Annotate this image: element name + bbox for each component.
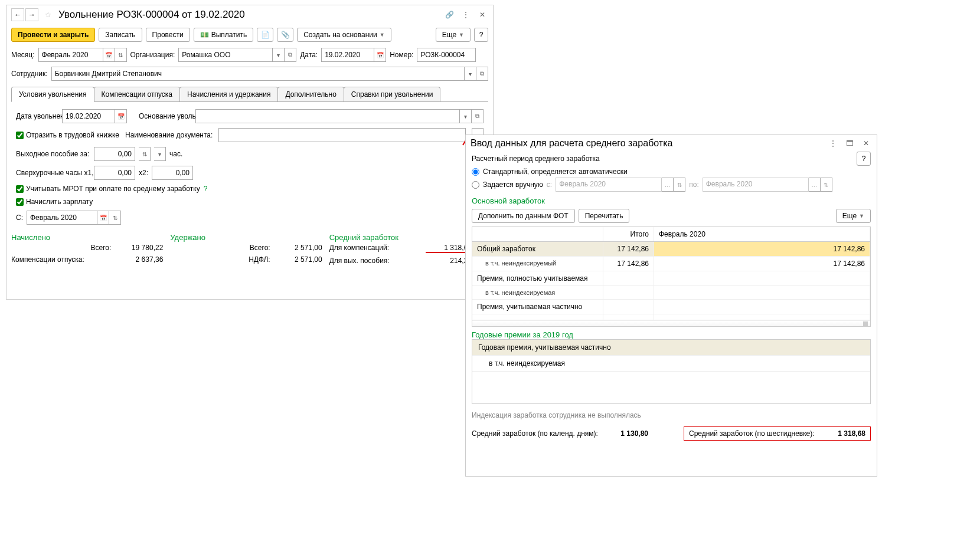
month-label: Месяц: (11, 51, 35, 59)
salary-checkbox[interactable]: Начислить зарплату (16, 198, 93, 206)
row-total (603, 271, 654, 285)
reason-input[interactable] (195, 109, 460, 123)
org-label: Организация: (130, 51, 175, 59)
close-icon[interactable]: ✕ (476, 9, 488, 21)
overtime-2-input[interactable] (152, 166, 193, 180)
tab-additional[interactable]: Дополнительно (277, 87, 344, 101)
create-based-button[interactable]: Создать на основании▼ (297, 28, 391, 42)
recalc-button[interactable]: Перечитать (579, 209, 630, 223)
mrot-checkbox[interactable]: Учитывать МРОТ при оплате по среднему за… (16, 185, 200, 193)
spinner-icon[interactable]: ⇅ (674, 178, 685, 192)
fire-date-input[interactable]: 19.02.2020 (62, 109, 115, 123)
avg-comp-label: Для компенсаций: (329, 244, 426, 253)
from-month-input[interactable]: Февраль 2020 (27, 211, 97, 225)
deducted-header: Удержано (170, 233, 329, 242)
table-row[interactable]: в т.ч. неиндексируемая (472, 314, 870, 320)
table-row[interactable]: в т.ч. неиндексируемая (472, 286, 870, 300)
open-icon[interactable]: ⧉ (285, 48, 296, 62)
from-label: с: (547, 180, 552, 189)
dropdown-icon[interactable]: ▾ (273, 48, 285, 62)
period-std-radio[interactable]: Стандартный, определяется автоматически (472, 168, 871, 176)
nav-fwd-button[interactable]: → (25, 8, 38, 21)
period-from-input[interactable]: Февраль 2020 (556, 178, 662, 192)
from-label: С: (16, 214, 23, 222)
help-button[interactable]: ? (857, 152, 871, 166)
dropdown-icon[interactable]: ▾ (465, 67, 476, 81)
avg-calendar-value: 1 130,80 (601, 429, 648, 438)
ellipsis-icon[interactable]: … (662, 178, 674, 192)
overtime-1-5-input[interactable] (94, 166, 135, 180)
avg-earnings-window: Ввод данных для расчета среднего заработ… (465, 134, 877, 477)
tab-accruals[interactable]: Начисления и удержания (179, 87, 278, 101)
avg-sixday-label: Средний заработок (по шестидневке): (689, 429, 818, 438)
accrued-header: Начислено (11, 233, 170, 242)
print-button[interactable]: 📄 (257, 28, 273, 42)
bonus-row[interactable]: в т.ч. неиндексируемая (472, 356, 870, 372)
ellipsis-icon[interactable]: … (809, 178, 821, 192)
scrollbar[interactable] (472, 320, 870, 326)
kebab-icon[interactable]: ⋮ (827, 137, 839, 149)
table-row[interactable]: в т.ч. неиндексируемый17 142,8617 142,86 (472, 257, 870, 271)
open-icon[interactable]: ⧉ (476, 67, 488, 81)
calendar-icon[interactable]: 📅 (115, 109, 127, 123)
calendar-icon[interactable]: 📅 (103, 48, 115, 62)
bonus-header: Годовые премии за 2019 год (472, 330, 871, 339)
table-row[interactable]: Общий заработок17 142,8617 142,86 (472, 242, 870, 257)
calendar-icon[interactable]: 📅 (97, 211, 109, 225)
calendar-icon[interactable]: 📅 (374, 48, 386, 62)
spinner-icon[interactable]: ⇅ (109, 211, 121, 225)
mrot-help-link[interactable]: ? (204, 185, 208, 193)
severance-input[interactable] (94, 147, 135, 161)
bonus-row[interactable]: Годовая премия, учитываемая частично (472, 340, 870, 356)
dismissal-window: ← → ☆ Увольнение РО3К-000004 от 19.02.20… (6, 5, 494, 300)
record-button[interactable]: Записать (99, 28, 142, 42)
post-button[interactable]: Провести (146, 28, 190, 42)
attach-button[interactable]: 📎 (277, 28, 293, 42)
severance-unit: час. (169, 150, 182, 158)
tab-conditions[interactable]: Условия увольнения (11, 87, 94, 102)
th-total: Итого (603, 227, 654, 241)
open-icon[interactable]: ⧉ (472, 109, 484, 123)
row-total (603, 286, 654, 299)
more-button[interactable]: Еще▼ (836, 209, 871, 223)
kebab-icon[interactable]: ⋮ (460, 9, 472, 21)
date-input[interactable]: 19.02.2020 (321, 48, 374, 62)
th-blank (472, 227, 603, 241)
fill-fot-button[interactable]: Дополнить по данным ФОТ (472, 209, 575, 223)
spinner-icon[interactable]: ⇅ (139, 147, 151, 161)
th-month: Февраль 2020 (654, 227, 870, 241)
period-manual-radio[interactable]: Задается вручную (472, 180, 543, 189)
help-button[interactable]: ? (474, 28, 488, 42)
table-row[interactable]: Премия, учитываемая частично (472, 300, 870, 314)
ded-total-label: Всего: (170, 244, 276, 252)
maximize-icon[interactable]: 🗖 (844, 137, 855, 149)
month-input[interactable]: Февраль 2020 (38, 48, 103, 62)
org-input[interactable]: Ромашка ООО (178, 48, 273, 62)
date-label: Дата: (300, 51, 318, 59)
favorite-star-icon[interactable]: ☆ (42, 9, 54, 21)
reflect-checkbox[interactable]: Отразить в трудовой книжке (16, 131, 119, 139)
number-input[interactable]: РО3К-000004 (417, 48, 476, 62)
ndfl-value: 2 571,00 (276, 255, 329, 264)
pay-button[interactable]: 💵Выплатить (194, 28, 254, 42)
spinner-icon[interactable]: ⇅ (115, 48, 127, 62)
action-toolbar: Провести и закрыть Записать Провести 💵Вы… (6, 24, 493, 45)
dropdown-icon[interactable]: ▾ (154, 147, 166, 161)
avg-header: Средний заработок (329, 233, 488, 242)
docname-input[interactable] (218, 128, 466, 142)
link-icon[interactable]: 🔗 (443, 9, 455, 21)
close-icon[interactable]: ✕ (860, 137, 872, 149)
employee-input[interactable]: Борвинкин Дмитрий Степанович (51, 67, 465, 81)
window-title: Увольнение РО3К-000004 от 19.02.2020 (58, 9, 245, 21)
row-month (654, 314, 870, 320)
dropdown-icon[interactable]: ▾ (460, 109, 472, 123)
nav-back-button[interactable]: ← (11, 8, 24, 21)
avg-sixday-value: 1 318,68 (818, 429, 865, 438)
period-to-input[interactable]: Февраль 2020 (703, 178, 809, 192)
post-and-close-button[interactable]: Провести и закрыть (11, 28, 95, 42)
spinner-icon[interactable]: ⇅ (821, 178, 832, 192)
more-button[interactable]: Еще▼ (436, 28, 471, 42)
tab-compensation[interactable]: Компенсации отпуска (94, 87, 180, 101)
tab-certificates[interactable]: Справки при увольнении (344, 87, 441, 101)
table-row[interactable]: Премия, полностью учитываемая (472, 271, 870, 286)
